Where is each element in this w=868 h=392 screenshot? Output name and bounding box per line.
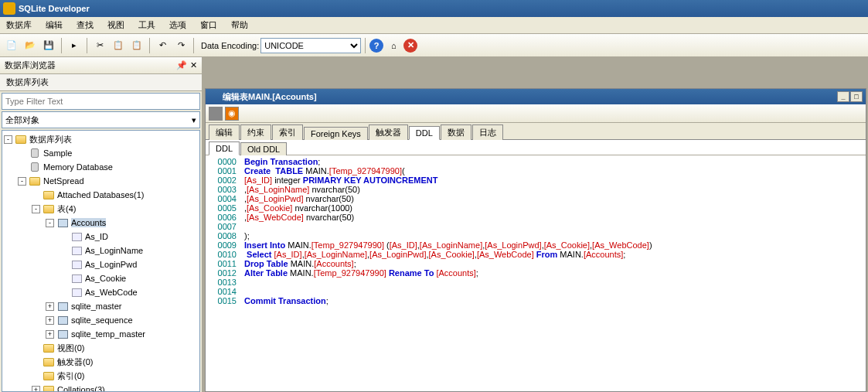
tbl-icon	[56, 301, 69, 312]
line-number: 0013	[206, 278, 244, 287]
code-line: Insert Into MAIN.[Temp_927947990] ([As_I…	[244, 240, 652, 250]
tree-col-As_WebCode[interactable]: As_WebCode	[2, 285, 199, 299]
tree-sample[interactable]: Sample	[2, 146, 199, 160]
folder-icon	[43, 189, 55, 200]
col-icon	[70, 245, 83, 256]
line-number: 0006	[206, 213, 244, 222]
code-line: [As_ID] integer PRIMARY KEY AUTOINCREMEN…	[244, 176, 437, 185]
maximize-icon[interactable]: □	[850, 91, 863, 102]
col-icon	[70, 231, 83, 242]
tab-索引[interactable]: 索引	[272, 124, 303, 140]
home-icon[interactable]: ⌂	[385, 37, 402, 54]
tree-col-As_LoginPwd[interactable]: As_LoginPwd	[2, 257, 199, 271]
tool-redo-icon[interactable]: ↷	[172, 37, 189, 54]
tab-触发器[interactable]: 触发器	[369, 124, 408, 140]
menu-窗口[interactable]: 窗口	[197, 18, 220, 32]
tree-col-As_Cookie[interactable]: As_Cookie	[2, 271, 199, 285]
line-number: 0002	[206, 176, 244, 185]
folder-icon	[43, 384, 55, 392]
tree-memdb[interactable]: Memory Database	[2, 160, 199, 174]
tab-日志[interactable]: 日志	[472, 124, 503, 140]
folder-icon	[29, 176, 41, 186]
code-line: );	[244, 231, 250, 240]
db-icon	[29, 148, 41, 159]
menu-帮助[interactable]: 帮助	[228, 18, 251, 32]
tool-copy-icon[interactable]: 📋	[110, 37, 127, 54]
tool-undo-icon[interactable]: ↶	[154, 37, 171, 54]
doc-titlebar: 编辑表MAIN.[Accounts] _ □	[206, 89, 866, 104]
subtab-Old DDL[interactable]: Old DDL	[240, 142, 287, 155]
subtab-DDL[interactable]: DDL	[209, 141, 240, 155]
tree-collations[interactable]: +Collations(3)	[2, 383, 199, 392]
code-line: Select [As_ID],[As_LoginName],[As_LoginP…	[244, 250, 625, 259]
help-icon[interactable]: ?	[369, 39, 383, 53]
pin-icon[interactable]: 📌	[176, 60, 187, 70]
tree-netspread[interactable]: -NetSpread	[2, 174, 199, 188]
expand-icon[interactable]: -	[32, 205, 40, 213]
minimize-icon[interactable]: _	[837, 91, 849, 102]
code-line: Alter Table MAIN.[Temp_927947990] Rename…	[244, 268, 478, 278]
tab-Foreign Keys[interactable]: Foreign Keys	[304, 127, 368, 140]
expand-icon[interactable]: -	[4, 135, 12, 144]
tool-new-icon[interactable]: 📄	[3, 37, 20, 54]
line-number: 0012	[206, 268, 244, 278]
toolbar: 📄 📂 💾 ▸ ✂ 📋 📋 ↶ ↷ Data Encoding: UNICODE…	[0, 34, 868, 57]
tab-约束[interactable]: 约束	[240, 124, 271, 140]
line-number: 0003	[206, 185, 244, 194]
encoding-select[interactable]: UNICODE	[260, 38, 361, 53]
menu-数据库[interactable]: 数据库	[3, 18, 35, 32]
code-line: Drop Table MAIN.[Accounts];	[244, 259, 356, 268]
tool-save-icon[interactable]: 💾	[40, 37, 57, 54]
tbl-icon	[56, 315, 69, 326]
tree-sqlite-master[interactable]: +sqlite_master	[2, 299, 199, 313]
tree-tables[interactable]: -表(4)	[2, 202, 199, 216]
code-editor[interactable]: 0000Begin Transaction;0001Create TABLE M…	[206, 155, 866, 391]
tool-arrow-icon[interactable]: ▸	[66, 37, 83, 54]
doc-btn-stop[interactable]: ◉	[225, 107, 239, 121]
tab-DDL[interactable]: DDL	[409, 126, 440, 140]
tool-cut-icon[interactable]: ✂	[91, 37, 108, 54]
tbl-icon	[56, 217, 69, 228]
expand-icon[interactable]: -	[18, 177, 26, 186]
expand-icon[interactable]: +	[32, 386, 40, 393]
tbl-icon	[56, 329, 69, 339]
doc-tabs: 编辑约束索引Foreign Keys触发器DDL数据日志	[206, 123, 866, 140]
line-number: 0009	[206, 240, 244, 250]
sidebar-tab[interactable]: 数据库列表	[0, 74, 202, 91]
tree-views[interactable]: 视图(0)	[2, 341, 199, 355]
close-icon[interactable]: ✕	[403, 39, 417, 53]
expand-icon[interactable]: +	[46, 316, 54, 325]
close-panel-icon[interactable]: ✕	[190, 60, 197, 70]
scope-select[interactable]: 全部对象▾	[2, 111, 200, 128]
expand-icon[interactable]: +	[46, 302, 54, 311]
line-number: 0005	[206, 203, 244, 213]
tree-indexes[interactable]: 索引(0)	[2, 369, 199, 383]
expand-icon[interactable]: +	[46, 330, 54, 339]
tab-数据[interactable]: 数据	[441, 124, 471, 140]
tree-attached[interactable]: Attached Databases(1)	[2, 188, 199, 202]
folder-icon	[43, 356, 55, 367]
tool-paste-icon[interactable]: 📋	[128, 37, 145, 54]
tree-col-As_ID[interactable]: As_ID	[2, 230, 199, 244]
menu-视图[interactable]: 视图	[104, 18, 128, 32]
tree-root[interactable]: -数据库列表	[2, 132, 199, 146]
tool-open-icon[interactable]: 📂	[22, 37, 39, 54]
tree-sqlite-temp-master[interactable]: +sqlite_temp_master	[2, 327, 199, 341]
line-number: 0000	[206, 157, 244, 166]
menu-工具[interactable]: 工具	[135, 18, 158, 32]
expand-icon[interactable]: -	[46, 219, 54, 227]
menu-编辑[interactable]: 编辑	[43, 18, 66, 32]
filter-input[interactable]	[2, 93, 200, 110]
tab-编辑[interactable]: 编辑	[209, 124, 240, 140]
col-icon	[70, 273, 83, 284]
doc-btn-1[interactable]	[209, 107, 223, 121]
menu-查找[interactable]: 查找	[73, 18, 97, 32]
tree-col-As_LoginName[interactable]: As_LoginName	[2, 244, 199, 257]
tree: -数据库列表SampleMemory Database-NetSpreadAtt…	[2, 130, 200, 392]
tree-sqlite-sequence[interactable]: +sqlite_sequence	[2, 313, 199, 327]
folder-icon	[15, 134, 27, 145]
titlebar: SQLite Developer	[0, 0, 868, 17]
tree-triggers[interactable]: 触发器(0)	[2, 355, 199, 369]
tree-accounts[interactable]: -Accounts	[2, 216, 199, 230]
menu-选项[interactable]: 选项	[166, 18, 189, 32]
